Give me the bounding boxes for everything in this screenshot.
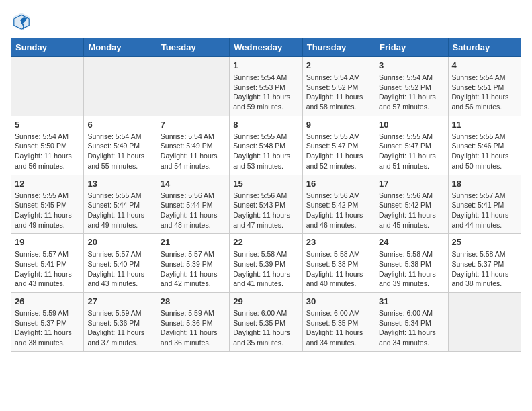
day-info: Sunrise: 5:55 AMSunset: 5:47 PMDaylight:… bbox=[379, 132, 444, 171]
day-number: 23 bbox=[306, 237, 371, 247]
day-info: Sunrise: 5:54 AMSunset: 5:52 PMDaylight:… bbox=[306, 73, 371, 112]
calendar-day-cell: 13Sunrise: 5:55 AMSunset: 5:44 PMDayligh… bbox=[84, 175, 157, 234]
calendar-day-cell: 4Sunrise: 5:54 AMSunset: 5:51 PMDaylight… bbox=[448, 57, 521, 116]
day-number: 20 bbox=[87, 237, 152, 247]
day-number: 31 bbox=[379, 296, 444, 306]
calendar-week-row: 1Sunrise: 5:54 AMSunset: 5:53 PMDaylight… bbox=[11, 57, 521, 116]
day-info: Sunrise: 5:55 AMSunset: 5:44 PMDaylight:… bbox=[87, 191, 152, 230]
calendar-week-row: 19Sunrise: 5:57 AMSunset: 5:41 PMDayligh… bbox=[11, 234, 521, 293]
day-number: 24 bbox=[379, 237, 444, 247]
calendar-day-cell bbox=[157, 57, 229, 116]
calendar-day-cell bbox=[448, 293, 521, 352]
calendar-week-row: 12Sunrise: 5:55 AMSunset: 5:45 PMDayligh… bbox=[11, 175, 521, 234]
day-info: Sunrise: 5:54 AMSunset: 5:53 PMDaylight:… bbox=[233, 73, 298, 112]
day-number: 26 bbox=[15, 296, 80, 306]
day-number: 19 bbox=[15, 237, 80, 247]
calendar-day-cell: 20Sunrise: 5:57 AMSunset: 5:40 PMDayligh… bbox=[84, 234, 157, 293]
calendar-body: 1Sunrise: 5:54 AMSunset: 5:53 PMDaylight… bbox=[11, 57, 521, 352]
day-number: 14 bbox=[161, 179, 226, 189]
calendar-day-cell: 14Sunrise: 5:56 AMSunset: 5:44 PMDayligh… bbox=[157, 175, 229, 234]
day-info: Sunrise: 5:55 AMSunset: 5:48 PMDaylight:… bbox=[233, 132, 298, 171]
calendar-day-cell: 17Sunrise: 5:56 AMSunset: 5:42 PMDayligh… bbox=[375, 175, 448, 234]
day-info: Sunrise: 5:57 AMSunset: 5:40 PMDaylight:… bbox=[87, 249, 152, 289]
weekday-header-cell: Wednesday bbox=[230, 38, 302, 57]
day-info: Sunrise: 5:57 AMSunset: 5:41 PMDaylight:… bbox=[15, 249, 80, 289]
calendar-day-cell: 6Sunrise: 5:54 AMSunset: 5:49 PMDaylight… bbox=[84, 116, 157, 175]
calendar-day-cell: 8Sunrise: 5:55 AMSunset: 5:48 PMDaylight… bbox=[230, 116, 302, 175]
day-info: Sunrise: 5:56 AMSunset: 5:43 PMDaylight:… bbox=[233, 191, 298, 230]
calendar-day-cell: 19Sunrise: 5:57 AMSunset: 5:41 PMDayligh… bbox=[11, 234, 84, 293]
calendar-week-row: 5Sunrise: 5:54 AMSunset: 5:50 PMDaylight… bbox=[11, 116, 521, 175]
day-number: 3 bbox=[379, 60, 444, 71]
calendar-day-cell: 16Sunrise: 5:56 AMSunset: 5:42 PMDayligh… bbox=[302, 175, 375, 234]
calendar-day-cell: 12Sunrise: 5:55 AMSunset: 5:45 PMDayligh… bbox=[11, 175, 84, 234]
page-header bbox=[11, 11, 521, 32]
day-info: Sunrise: 5:57 AMSunset: 5:39 PMDaylight:… bbox=[161, 249, 226, 289]
calendar-day-cell: 1Sunrise: 5:54 AMSunset: 5:53 PMDaylight… bbox=[230, 57, 302, 116]
calendar-day-cell: 2Sunrise: 5:54 AMSunset: 5:52 PMDaylight… bbox=[302, 57, 375, 116]
day-info: Sunrise: 5:58 AMSunset: 5:37 PMDaylight:… bbox=[452, 249, 517, 289]
weekday-header-cell: Friday bbox=[375, 38, 448, 57]
weekday-header-cell: Sunday bbox=[11, 38, 84, 57]
day-info: Sunrise: 5:55 AMSunset: 5:45 PMDaylight:… bbox=[15, 191, 80, 230]
calendar-day-cell: 27Sunrise: 5:59 AMSunset: 5:36 PMDayligh… bbox=[84, 293, 157, 352]
calendar-day-cell: 10Sunrise: 5:55 AMSunset: 5:47 PMDayligh… bbox=[375, 116, 448, 175]
calendar-day-cell: 25Sunrise: 5:58 AMSunset: 5:37 PMDayligh… bbox=[448, 234, 521, 293]
day-number: 25 bbox=[452, 237, 517, 247]
day-number: 22 bbox=[233, 237, 298, 247]
day-number: 10 bbox=[379, 120, 444, 130]
day-number: 5 bbox=[15, 120, 80, 130]
day-number: 28 bbox=[161, 296, 226, 306]
day-info: Sunrise: 5:58 AMSunset: 5:38 PMDaylight:… bbox=[379, 249, 444, 289]
day-info: Sunrise: 5:54 AMSunset: 5:49 PMDaylight:… bbox=[161, 132, 226, 171]
calendar-week-row: 26Sunrise: 5:59 AMSunset: 5:37 PMDayligh… bbox=[11, 293, 521, 352]
day-number: 27 bbox=[87, 296, 152, 306]
calendar-day-cell: 5Sunrise: 5:54 AMSunset: 5:50 PMDaylight… bbox=[11, 116, 84, 175]
day-number: 8 bbox=[233, 120, 298, 130]
weekday-header-row: SundayMondayTuesdayWednesdayThursdayFrid… bbox=[11, 38, 521, 57]
calendar-day-cell: 7Sunrise: 5:54 AMSunset: 5:49 PMDaylight… bbox=[157, 116, 229, 175]
day-number: 30 bbox=[306, 296, 371, 306]
day-number: 17 bbox=[379, 179, 444, 189]
day-number: 4 bbox=[452, 60, 517, 71]
day-info: Sunrise: 5:54 AMSunset: 5:52 PMDaylight:… bbox=[379, 73, 444, 112]
day-info: Sunrise: 5:56 AMSunset: 5:42 PMDaylight:… bbox=[306, 191, 371, 230]
calendar-day-cell: 26Sunrise: 5:59 AMSunset: 5:37 PMDayligh… bbox=[11, 293, 84, 352]
day-info: Sunrise: 5:54 AMSunset: 5:50 PMDaylight:… bbox=[15, 132, 80, 171]
day-info: Sunrise: 5:55 AMSunset: 5:46 PMDaylight:… bbox=[452, 132, 517, 171]
calendar-day-cell: 24Sunrise: 5:58 AMSunset: 5:38 PMDayligh… bbox=[375, 234, 448, 293]
day-number: 18 bbox=[452, 179, 517, 189]
day-number: 2 bbox=[306, 60, 371, 71]
calendar-day-cell: 3Sunrise: 5:54 AMSunset: 5:52 PMDaylight… bbox=[375, 57, 448, 116]
logo bbox=[11, 11, 35, 32]
day-info: Sunrise: 5:57 AMSunset: 5:41 PMDaylight:… bbox=[452, 191, 517, 230]
day-number: 7 bbox=[161, 120, 226, 130]
weekday-header-cell: Saturday bbox=[448, 38, 521, 57]
day-number: 12 bbox=[15, 179, 80, 189]
calendar-day-cell: 9Sunrise: 5:55 AMSunset: 5:47 PMDaylight… bbox=[302, 116, 375, 175]
day-number: 9 bbox=[306, 120, 371, 130]
day-number: 13 bbox=[87, 179, 152, 189]
day-info: Sunrise: 5:59 AMSunset: 5:36 PMDaylight:… bbox=[87, 308, 152, 348]
calendar-day-cell bbox=[11, 57, 84, 116]
weekday-header-cell: Thursday bbox=[302, 38, 375, 57]
day-info: Sunrise: 6:00 AMSunset: 5:34 PMDaylight:… bbox=[379, 308, 444, 348]
day-info: Sunrise: 5:58 AMSunset: 5:39 PMDaylight:… bbox=[233, 249, 298, 289]
day-number: 1 bbox=[233, 60, 298, 71]
day-info: Sunrise: 5:56 AMSunset: 5:44 PMDaylight:… bbox=[161, 191, 226, 230]
day-info: Sunrise: 6:00 AMSunset: 5:35 PMDaylight:… bbox=[233, 308, 298, 348]
calendar-day-cell: 21Sunrise: 5:57 AMSunset: 5:39 PMDayligh… bbox=[157, 234, 229, 293]
day-info: Sunrise: 5:55 AMSunset: 5:47 PMDaylight:… bbox=[306, 132, 371, 171]
calendar-day-cell: 23Sunrise: 5:58 AMSunset: 5:38 PMDayligh… bbox=[302, 234, 375, 293]
weekday-header-cell: Tuesday bbox=[157, 38, 229, 57]
calendar-day-cell: 22Sunrise: 5:58 AMSunset: 5:39 PMDayligh… bbox=[230, 234, 302, 293]
day-info: Sunrise: 6:00 AMSunset: 5:35 PMDaylight:… bbox=[306, 308, 371, 348]
calendar-day-cell: 31Sunrise: 6:00 AMSunset: 5:34 PMDayligh… bbox=[375, 293, 448, 352]
calendar-day-cell: 18Sunrise: 5:57 AMSunset: 5:41 PMDayligh… bbox=[448, 175, 521, 234]
calendar-day-cell bbox=[84, 57, 157, 116]
day-number: 11 bbox=[452, 120, 517, 130]
day-info: Sunrise: 5:58 AMSunset: 5:38 PMDaylight:… bbox=[306, 249, 371, 289]
day-info: Sunrise: 5:59 AMSunset: 5:36 PMDaylight:… bbox=[161, 308, 226, 348]
day-info: Sunrise: 5:56 AMSunset: 5:42 PMDaylight:… bbox=[379, 191, 444, 230]
day-number: 16 bbox=[306, 179, 371, 189]
